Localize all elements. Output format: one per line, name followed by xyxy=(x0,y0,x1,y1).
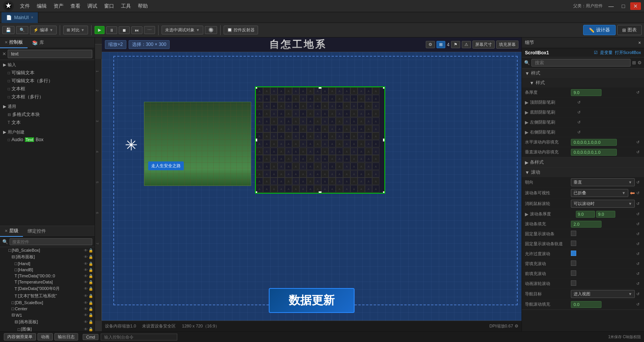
maximize-button[interactable]: □ xyxy=(618,2,629,10)
prop-scroll-visibility-value[interactable]: 已折叠 ▼ xyxy=(571,189,628,197)
lock-icon[interactable]: 🔒 xyxy=(88,255,93,259)
menu-debug[interactable]: 调试 xyxy=(84,2,100,10)
graph-button[interactable]: ⊞ 图表 xyxy=(617,25,642,35)
prop-allow-overscroll-value[interactable] xyxy=(571,251,635,257)
play-button[interactable]: ▶ xyxy=(95,26,105,34)
open-scrollbox-button[interactable]: 打开ScrollBox xyxy=(615,50,641,55)
section-style-sub-header[interactable]: ▼ 样式 xyxy=(522,78,644,88)
layer-item[interactable]: □[NB_ScaleBox]👁🔒 xyxy=(0,247,95,253)
handle-ml[interactable] xyxy=(255,138,257,142)
compare-dropdown-arrow[interactable]: ▼ xyxy=(81,28,85,32)
designer-button[interactable]: ✏️ 设计器 xyxy=(583,25,616,35)
scroll-visibility-dropdown[interactable]: 已折叠 ▼ xyxy=(571,189,628,197)
debug-target-dropdown[interactable]: 未选中调试对象 ▼ xyxy=(162,26,203,34)
eye-icon[interactable]: 👁 xyxy=(84,280,88,284)
handle-tl[interactable] xyxy=(255,86,257,89)
widget-textbox[interactable]: □ 文本框 xyxy=(0,85,95,93)
is-variable-checkbox[interactable]: ☑ xyxy=(594,50,598,55)
prop-scrollbar-thickness-reset[interactable]: ↺ xyxy=(635,212,641,216)
menu-asset[interactable]: 资产 xyxy=(51,2,67,10)
prop-back-pad-value[interactable] xyxy=(571,261,635,267)
save-button[interactable]: 💾 xyxy=(2,26,15,34)
handle-tm[interactable] xyxy=(319,86,322,89)
eye-icon[interactable]: 👁 xyxy=(84,307,88,311)
allow-overscroll-checkbox[interactable] xyxy=(571,251,576,256)
widget-rich-text[interactable]: ⊟ 多格式文本块 xyxy=(0,111,95,119)
compile-dropdown-arrow[interactable]: ▼ xyxy=(49,28,53,32)
prop-left-shadow-reset[interactable]: ↺ xyxy=(576,120,582,124)
lock-icon[interactable]: 🔒 xyxy=(88,262,93,266)
layer-item[interactable]: ⊟W1👁🔒 xyxy=(0,312,95,318)
prop-animated-scroll-value[interactable] xyxy=(571,280,635,287)
layer-item[interactable]: ⊟[画布面板]👁🔒 xyxy=(0,253,95,261)
scrollbar-thickness-input-2[interactable] xyxy=(596,211,615,218)
section-common-header[interactable]: ▶ 通用 xyxy=(0,103,95,111)
canvas-settings-btn[interactable]: ⚙ xyxy=(426,41,435,48)
layers-search-input[interactable] xyxy=(10,238,92,245)
prop-overscroll-reset[interactable]: ↺ xyxy=(635,252,641,256)
lock-icon[interactable]: 🔒 xyxy=(88,280,93,284)
prop-wheel-reset[interactable]: ↺ xyxy=(635,202,641,206)
menu-tools[interactable]: 工具 xyxy=(118,2,134,10)
section-style-header[interactable]: ▼ 样式 xyxy=(522,68,644,78)
browse-button[interactable]: 🔍 xyxy=(16,26,28,34)
scrollbox-widget[interactable]: AAAAAAAAAAAAAAAAAAAAAAAAAAAAAAAAAAAAAAAA… xyxy=(255,86,385,194)
nav-scroll-pad-input[interactable] xyxy=(571,301,602,308)
layer-item[interactable]: T[文本]"智慧工地系统"👁🔒 xyxy=(0,292,95,300)
details-close-button[interactable]: × xyxy=(638,40,641,46)
eye-icon[interactable]: 👁 xyxy=(84,262,88,266)
eye-icon[interactable]: 👁 xyxy=(84,301,88,305)
section-input-header[interactable]: ▶ 输入 xyxy=(0,61,95,69)
compare-button[interactable]: ⊞ 对比 ▼ xyxy=(63,26,88,34)
content-menu-button[interactable]: 内容侧滑菜单 xyxy=(4,333,36,340)
menu-window[interactable]: 窗口 xyxy=(101,2,117,10)
eye-icon[interactable]: 👁 xyxy=(84,327,88,331)
minimize-button[interactable]: — xyxy=(606,2,616,10)
lock-icon[interactable]: 🔒 xyxy=(88,274,93,278)
lock-icon[interactable]: 🔒 xyxy=(88,294,93,298)
layer-item[interactable]: □[图像]👁🔒 xyxy=(0,326,95,331)
prop-bottom-shadow-reset[interactable]: ↺ xyxy=(576,110,582,114)
animated-scroll-checkbox[interactable] xyxy=(571,280,576,286)
prop-top-shadow-reset[interactable]: ↺ xyxy=(576,100,582,104)
output-log-button[interactable]: 输出日志 xyxy=(54,333,78,340)
section-user-header[interactable]: ▶ 用户创建 xyxy=(0,128,95,136)
lock-icon[interactable]: 🔒 xyxy=(88,320,93,324)
prop-v-padding-reset[interactable]: ↺ xyxy=(635,150,641,154)
eye-icon[interactable]: 👁 xyxy=(84,294,88,298)
layer-item[interactable]: □Center👁🔒 xyxy=(0,306,95,312)
prop-nav-target-value[interactable]: 进入视图 ▼ xyxy=(571,290,635,298)
h-padding-input[interactable] xyxy=(571,139,617,146)
prop-orient-reset[interactable]: ↺ xyxy=(635,180,641,184)
details-search-input[interactable] xyxy=(531,59,631,67)
lock-icon[interactable]: 🔒 xyxy=(88,248,93,252)
close-icon[interactable]: ✕ xyxy=(5,40,8,44)
eye-icon[interactable]: 👁 xyxy=(84,248,88,252)
scrollbar-thickness-input-1[interactable] xyxy=(576,211,595,218)
prop-front-pad-reset[interactable]: ↺ xyxy=(635,272,641,276)
prop-front-pad-value[interactable] xyxy=(571,270,635,277)
close-icon-layers[interactable]: ✕ xyxy=(5,229,8,233)
layer-item[interactable]: T[TimeData]"00:00::0👁🔒 xyxy=(0,273,95,279)
tab-bind[interactable]: 绑定控件 xyxy=(23,226,51,237)
close-button[interactable]: ✕ xyxy=(630,2,641,10)
menu-edit[interactable]: 编辑 xyxy=(34,2,50,10)
prop-always-show-value[interactable] xyxy=(571,231,635,237)
handle-tr[interactable] xyxy=(383,86,385,89)
prop-right-shadow-reset[interactable]: ↺ xyxy=(576,130,582,134)
front-pad-checkbox[interactable] xyxy=(571,270,576,276)
lock-icon[interactable]: 🔒 xyxy=(88,307,93,311)
prop-always-show-reset[interactable]: ↺ xyxy=(635,232,641,236)
always-show-checkbox[interactable] xyxy=(571,231,576,236)
v-padding-input[interactable] xyxy=(571,149,617,156)
scene-canvas[interactable]: ✳ 走人生安全之路 AAAAAAAAAAAAAAAAAAAAAAAAAAAAAA… xyxy=(102,52,521,321)
layer-item[interactable]: □[Hand]👁🔒 xyxy=(0,261,95,267)
prop-back-pad-reset[interactable]: ↺ xyxy=(635,262,641,266)
lock-icon[interactable]: 🔒 xyxy=(88,313,93,317)
canvas-warn-btn[interactable]: ⚠ xyxy=(462,41,471,48)
layer-item[interactable]: ⊟[画布面板]👁🔒 xyxy=(0,318,95,326)
prop-always-show-track-value[interactable] xyxy=(571,241,635,247)
handle-br[interactable] xyxy=(383,191,385,194)
canvas-flag-btn[interactable]: ⚑ xyxy=(451,41,460,48)
tab-layers[interactable]: ✕ 层级 xyxy=(0,226,23,237)
